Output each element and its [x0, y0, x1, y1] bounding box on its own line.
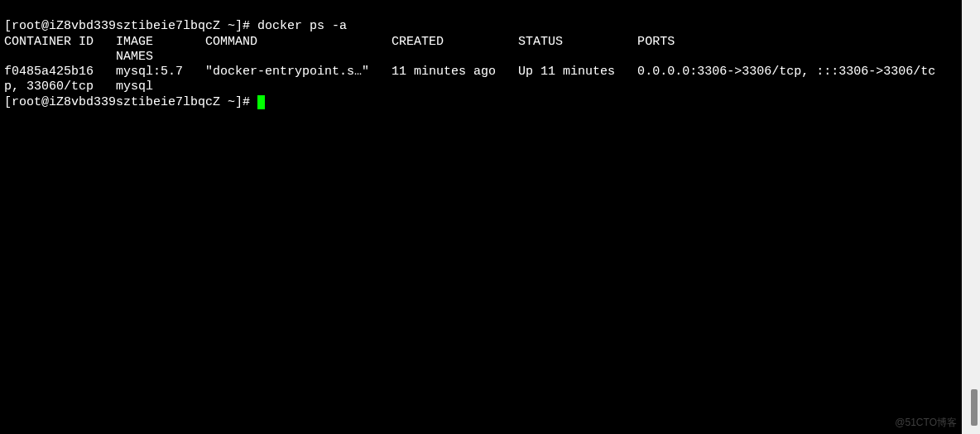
shell-prompt: [root@iZ8vbd339sztibeie7lbqcZ ~]# [4, 19, 257, 33]
data-line-2: p, 33060/tcp mysql [4, 80, 958, 94]
terminal-window[interactable]: [root@iZ8vbd339sztibeie7lbqcZ ~]# docker… [0, 0, 962, 434]
prompt-line-2: [root@iZ8vbd339sztibeie7lbqcZ ~]# [4, 95, 958, 110]
scrollbar-track[interactable] [962, 0, 980, 434]
cursor-icon [257, 95, 265, 109]
watermark-text: @51CTO博客 [895, 417, 957, 429]
header-line-2: NAMES [4, 50, 958, 65]
command-text: docker ps -a [257, 19, 347, 33]
scrollbar-thumb[interactable] [971, 389, 978, 426]
header-line-1: CONTAINER ID IMAGE COMMAND CREATED STATU… [4, 35, 958, 50]
prompt-line-1: [root@iZ8vbd339sztibeie7lbqcZ ~]# docker… [4, 19, 958, 34]
data-line-1: f0485a425b16 mysql:5.7 "docker-entrypoin… [4, 65, 958, 80]
shell-prompt-2: [root@iZ8vbd339sztibeie7lbqcZ ~]# [4, 95, 257, 109]
